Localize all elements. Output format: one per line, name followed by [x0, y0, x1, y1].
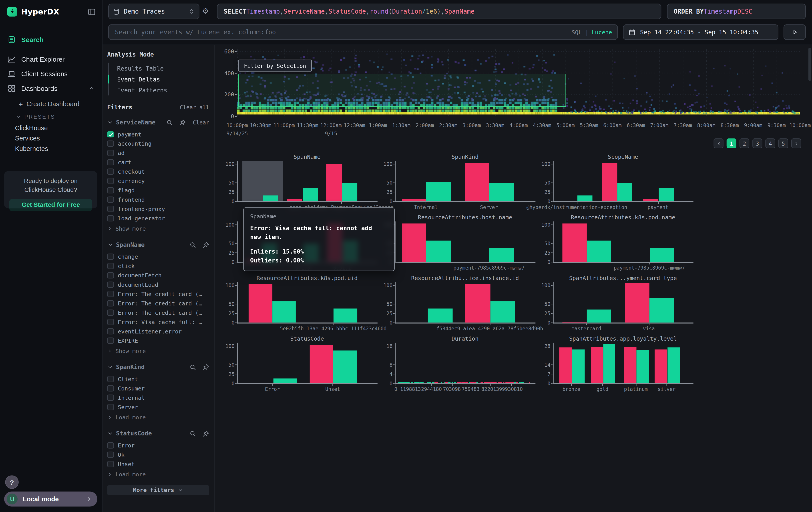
checkbox[interactable] — [107, 461, 114, 467]
show-more-link[interactable]: Show more — [107, 346, 209, 356]
sidebar-item-chart-explorer[interactable]: Chart Explorer — [0, 52, 102, 66]
filter-option-error-the-credit-card[interactable]: Error: The credit card (… — [107, 289, 209, 299]
bar-inlier[interactable] — [658, 188, 673, 201]
bar-inlier[interactable] — [273, 378, 297, 383]
bar-inlier[interactable] — [587, 309, 611, 323]
load-more-link[interactable]: Load more — [107, 413, 209, 422]
checkbox[interactable] — [107, 187, 114, 193]
bar-outlier[interactable] — [310, 345, 333, 383]
filter-option-payment[interactable]: payment — [107, 130, 209, 139]
bar-outlier[interactable] — [287, 199, 302, 201]
scrollbar-thumb[interactable] — [808, 48, 811, 81]
filter-option-documentfetch[interactable]: documentFetch — [107, 271, 209, 280]
mode-event-patterns[interactable]: Event Patterns — [109, 85, 209, 96]
bar-outlier[interactable] — [465, 162, 489, 201]
filter-option-unset[interactable]: Unset — [107, 459, 209, 469]
bar-inlier[interactable] — [272, 301, 296, 323]
load-more-link[interactable]: Load more — [107, 470, 209, 479]
local-mode-button[interactable]: U Local mode — [4, 491, 97, 507]
filter-option-click[interactable]: click — [107, 261, 209, 271]
filter-option-internal[interactable]: Internal — [107, 393, 209, 402]
bar-outlier[interactable] — [402, 199, 427, 201]
source-select[interactable]: Demo Traces — [108, 4, 199, 19]
bar-outlier[interactable] — [249, 284, 272, 322]
bar-inlier[interactable] — [342, 183, 357, 201]
filter-option-eventlistener-error[interactable]: eventListener.error — [107, 327, 209, 336]
bar-inlier[interactable] — [428, 308, 453, 323]
checkbox[interactable] — [107, 215, 114, 221]
bar-outlier[interactable] — [624, 347, 636, 383]
sidebar-preset-clickhouse[interactable]: ClickHouse — [0, 123, 102, 133]
sql-toggle[interactable]: SQL — [572, 29, 582, 35]
bar-inlier[interactable] — [490, 301, 515, 323]
filter-option-load-generator[interactable]: load-generator — [107, 214, 209, 223]
bar-inlier[interactable] — [577, 195, 592, 201]
page-button-1[interactable]: 1 — [727, 138, 736, 148]
checkbox[interactable] — [107, 253, 114, 260]
filter-option-frontend[interactable]: frontend — [107, 195, 209, 204]
bar-inlier[interactable] — [587, 240, 611, 262]
filter-option-consumer[interactable]: Consumer — [107, 384, 209, 393]
order-by-input[interactable]: ORDER BY Timestamp DESC — [667, 4, 806, 19]
filter-option-currency[interactable]: currency — [107, 176, 209, 186]
clear-all-button[interactable]: Clear all — [180, 104, 209, 110]
bar-inlier[interactable] — [427, 182, 451, 201]
show-more-link[interactable]: Show more — [107, 224, 209, 233]
collapse-sidebar-icon[interactable] — [88, 8, 96, 16]
mode-results-table[interactable]: Results Table — [109, 63, 209, 74]
bar-inlier[interactable] — [489, 183, 514, 201]
run-query-button[interactable] — [784, 24, 806, 40]
filter-option-server[interactable]: Server — [107, 402, 209, 412]
sidebar-item-search[interactable]: Search — [0, 32, 102, 47]
page-button-2[interactable]: 2 — [740, 138, 749, 148]
bar-outlier[interactable] — [326, 164, 342, 201]
bar-inlier[interactable] — [667, 347, 680, 383]
sidebar-item-client-sessions[interactable]: Client Sessions — [0, 66, 102, 81]
filter-option-documentload[interactable]: documentLoad — [107, 280, 209, 289]
checkbox[interactable] — [107, 168, 114, 175]
bar-outlier[interactable] — [465, 284, 490, 322]
checkbox[interactable] — [107, 452, 114, 458]
bar-inlier[interactable] — [637, 350, 649, 383]
checkbox[interactable] — [107, 131, 114, 138]
checkbox[interactable] — [107, 328, 114, 334]
filter-option-checkout[interactable]: checkout — [107, 167, 209, 176]
checkbox[interactable] — [107, 263, 114, 269]
filter-option-error-the-credit-card[interactable]: Error: The credit card (… — [107, 308, 209, 317]
mode-event-deltas[interactable]: Event Deltas — [109, 74, 209, 85]
checkbox[interactable] — [107, 404, 114, 410]
get-started-button[interactable]: Get Started for Free — [9, 199, 92, 211]
filter-option-change[interactable]: change — [107, 252, 209, 261]
bar-inlier[interactable] — [572, 349, 584, 383]
checkbox[interactable] — [107, 442, 114, 449]
bar-outlier[interactable] — [402, 223, 427, 262]
filter-option-error-visa-cache-full[interactable]: Error: Visa cache full: … — [107, 317, 209, 327]
bar-inlier[interactable] — [427, 240, 451, 262]
bar-outlier[interactable] — [562, 322, 587, 322]
page-button-5[interactable]: 5 — [778, 138, 788, 148]
bar-outlier[interactable] — [591, 347, 603, 383]
filter-option-flagd[interactable]: flagd — [107, 186, 209, 195]
gear-icon[interactable]: ⚙ — [202, 7, 209, 15]
filter-option-expire[interactable]: EXPIRE — [107, 336, 209, 345]
select-query-input[interactable]: SELECT Timestamp, ServiceName, StatusCod… — [217, 4, 661, 19]
filter-option-cart[interactable]: cart — [107, 158, 209, 167]
bar-inlier[interactable] — [649, 298, 674, 322]
checkbox[interactable] — [107, 206, 114, 212]
bar-inlier[interactable] — [302, 188, 318, 201]
bar-outlier[interactable] — [625, 283, 649, 323]
checkbox[interactable] — [107, 300, 114, 306]
filter-option-ad[interactable]: ad — [107, 148, 209, 158]
sidebar-preset-services[interactable]: Services — [0, 133, 102, 144]
sidebar-item-dashboards[interactable]: Dashboards — [0, 81, 102, 95]
bar-inlier[interactable] — [333, 351, 357, 383]
checkbox[interactable] — [107, 281, 114, 288]
help-button[interactable]: ? — [5, 476, 19, 489]
create-dashboard-button[interactable]: +Create Dashboard — [0, 99, 102, 110]
date-range-picker[interactable]: Sep 14 22:04:35 - Sep 15 10:04:35 — [623, 24, 778, 40]
checkbox[interactable] — [107, 196, 114, 203]
page-button-4[interactable]: 4 — [765, 138, 775, 148]
bar-inlier[interactable] — [263, 195, 278, 201]
page-prev-button[interactable] — [714, 138, 723, 148]
bar-outlier[interactable] — [562, 223, 587, 262]
